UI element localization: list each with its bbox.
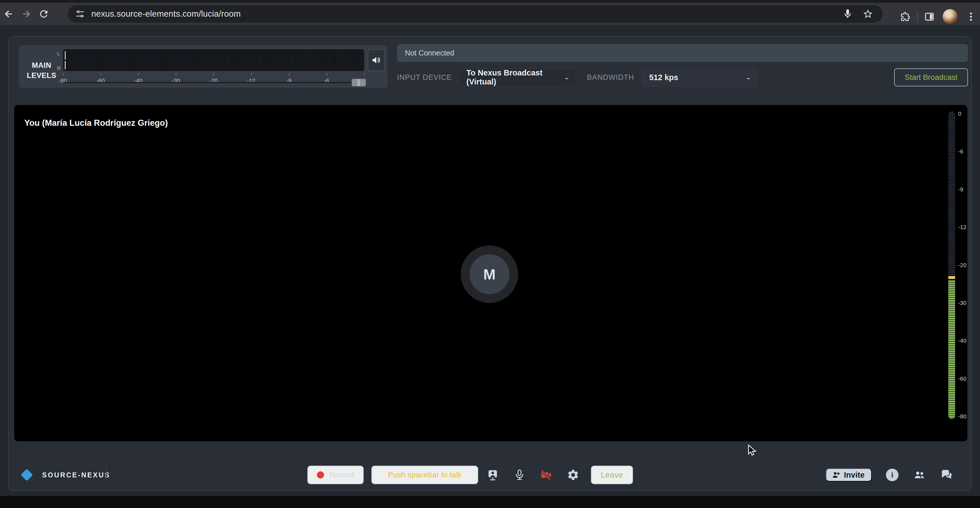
scale-label: -60 [958, 376, 966, 382]
footer-bar: SOURCE-NEXUS Record Push spacebar to tal… [0, 456, 980, 494]
side-panel-icon [924, 11, 935, 22]
meter-left-tick [65, 51, 65, 60]
forward-arrow-icon [21, 8, 32, 19]
avatar-initial: M [484, 266, 496, 283]
scale-label: -12 [958, 224, 966, 231]
kebab-menu-icon [966, 11, 977, 22]
side-panel-button[interactable] [920, 8, 939, 26]
browser-menu-button[interactable] [962, 8, 980, 26]
record-dot-icon [317, 471, 324, 478]
quality-badge[interactable]: HQ [943, 505, 958, 508]
footer-divider [106, 467, 107, 483]
broadcast-controls-row: INPUT DEVICE To Nexus Broadcast (Virtual… [397, 68, 968, 86]
puzzle-icon [900, 11, 911, 22]
reload-button[interactable] [35, 5, 52, 23]
scale-label: -40 [958, 338, 966, 344]
invite-button[interactable]: Invite [826, 468, 872, 481]
record-button[interactable]: Record [307, 466, 364, 484]
participant-avatar: M [461, 245, 518, 303]
settings-button[interactable] [566, 468, 580, 482]
browser-toolbar: nexus.source-elements.com/lucia/room [0, 0, 980, 25]
gear-icon [567, 469, 579, 481]
window-frame-strip [0, 0, 980, 3]
mouse-cursor [746, 444, 757, 457]
channel-labels: L R [57, 51, 61, 71]
app-page: MAIN LEVELS L R -80-60-40-30-20-12-9-60 [0, 25, 980, 496]
scale-label: -20 [958, 262, 966, 269]
meter-right-tick [65, 61, 65, 70]
bandwidth-select[interactable]: 512 kps ⌄ [642, 68, 758, 86]
microphone-icon [513, 469, 526, 481]
channel-left-label: L [57, 51, 61, 56]
channel-right-label: R [57, 66, 61, 71]
site-settings-icon[interactable] [75, 9, 85, 19]
main-volume-slider[interactable] [63, 82, 364, 83]
brand: SOURCE-NEXUS [22, 456, 110, 494]
meter-peak-indicator [948, 276, 955, 279]
output-meter-scale: 0-6-9-12-20-30-40-60-80 [958, 114, 977, 416]
url-text: nexus.source-elements.com/lucia/room [91, 9, 842, 19]
push-to-talk-button[interactable]: Push spacebar to talk [371, 466, 478, 484]
reload-icon [38, 8, 49, 19]
bookmark-star-icon[interactable] [862, 8, 873, 19]
brand-diamond-icon [21, 469, 33, 481]
main-levels-scale: -80-60-40-30-20-12-9-60 [63, 77, 364, 84]
main-levels-meter [63, 49, 364, 71]
camera-off-button[interactable] [539, 468, 553, 482]
input-device-select[interactable]: To Nexus Broadcast (Virtual) ⌄ [459, 68, 576, 86]
chevron-down-icon: ⌄ [745, 74, 751, 81]
bandwidth-label: BANDWIDTH [587, 73, 635, 82]
stage-monitor-button[interactable] [486, 468, 500, 482]
avatar-initial-circle: M [469, 254, 509, 294]
url-bar[interactable]: nexus.source-elements.com/lucia/room [68, 5, 883, 23]
chevron-down-icon: ⌄ [564, 74, 570, 81]
people-icon [913, 469, 926, 481]
forward-button[interactable] [18, 5, 35, 23]
meter-lit-segment [948, 280, 955, 419]
main-levels-panel: MAIN LEVELS L R -80-60-40-30-20-12-9-60 [19, 45, 387, 88]
volume-slider-handle[interactable] [352, 79, 366, 86]
camera-off-icon [540, 469, 553, 481]
scale-label: -80 [958, 413, 966, 420]
back-arrow-icon [3, 8, 14, 19]
participants-button[interactable] [913, 468, 926, 481]
voice-search-icon[interactable] [842, 8, 853, 19]
info-icon: i [891, 471, 893, 479]
extensions-button[interactable] [896, 8, 915, 26]
scale-label: -6 [958, 148, 963, 155]
screen: nexus.source-elements.com/lucia/room [0, 0, 980, 508]
output-level-meter [948, 111, 955, 419]
input-device-label: INPUT DEVICE [397, 73, 452, 82]
speaker-icon [371, 55, 381, 65]
chat-bubbles-icon [940, 469, 953, 481]
toolbar-divider [917, 11, 918, 22]
scale-label: 0 [958, 110, 961, 117]
person-on-screen-icon [487, 469, 499, 481]
monitor-speaker-button[interactable] [368, 49, 385, 71]
connection-status-text: Not Connected [405, 49, 454, 57]
info-button[interactable]: i [886, 469, 899, 481]
back-button[interactable] [0, 5, 18, 23]
person-add-icon [831, 470, 840, 479]
chat-button[interactable] [940, 468, 953, 481]
scale-label: -30 [958, 299, 966, 306]
brand-name: SOURCE-NEXUS [42, 471, 110, 479]
scale-label: -9 [958, 186, 963, 193]
video-stage: You (María Lucía Rodríguez Griego) M 0-6… [14, 105, 967, 441]
leave-button[interactable]: Leave [591, 466, 633, 484]
start-broadcast-button[interactable]: Start Broadcast [894, 68, 968, 86]
microphone-button[interactable] [513, 468, 527, 482]
connection-status: Not Connected [397, 44, 968, 62]
browser-profile-avatar[interactable] [942, 9, 958, 25]
participant-label: You (María Lucía Rodríguez Griego) [24, 118, 168, 128]
main-levels-title: MAIN LEVELS [24, 61, 59, 81]
